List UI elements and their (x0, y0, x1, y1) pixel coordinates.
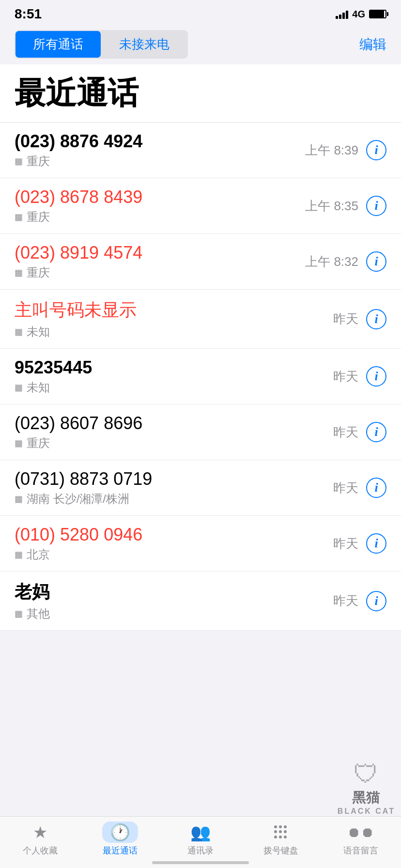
info-button[interactable]: i (366, 251, 386, 272)
info-button[interactable]: i (366, 478, 386, 498)
star-icon: ★ (33, 822, 47, 842)
call-location-text: 湖南 长沙/湘潭/株洲 (27, 491, 129, 507)
tab-favorites[interactable]: ★ 个人收藏 (0, 822, 80, 856)
call-location-text: 重庆 (27, 154, 50, 169)
info-button[interactable]: i (366, 309, 386, 329)
tab-recents-label: 最近通话 (103, 845, 138, 856)
segment-control: 所有通话 未接来电 (15, 30, 188, 59)
brand-chinese: 黑猫 (352, 789, 380, 807)
contacts-icon: 👥 (190, 822, 211, 842)
tab-contacts[interactable]: 👥 通讯录 (160, 822, 241, 856)
home-indicator (152, 861, 249, 864)
call-location-text: 其他 (27, 606, 50, 621)
signal-icon (336, 9, 348, 19)
location-icon: ▦ (15, 382, 23, 393)
network-type: 4G (352, 9, 365, 20)
page-title-section: 最近通话 (0, 64, 401, 123)
call-number: 主叫号码未显示 (15, 298, 333, 322)
tab-recents[interactable]: 🕐 最近通话 (80, 822, 161, 856)
call-time: 上午 8:35 (305, 198, 358, 215)
clock-icon: 🕐 (110, 822, 130, 842)
brand-english: BLACK CAT (338, 807, 395, 816)
tab-contacts-label: 通讯录 (187, 845, 214, 856)
call-list-item[interactable]: 老妈▦其他昨天i (0, 572, 401, 631)
call-list-item[interactable]: 主叫号码未显示▦未知昨天i (0, 290, 401, 349)
call-number: 老妈 (15, 580, 333, 604)
call-number: (023) 8607 8696 (15, 413, 333, 434)
info-button[interactable]: i (366, 533, 386, 554)
page-title: 最近通话 (15, 72, 386, 114)
location-icon: ▦ (15, 267, 23, 278)
call-location-text: 北京 (27, 547, 50, 562)
call-list-item[interactable]: (0731) 8873 0719▦湖南 长沙/湘潭/株洲昨天i (0, 460, 401, 516)
call-time: 昨天 (333, 592, 358, 609)
location-icon: ▦ (15, 494, 23, 504)
shield-icon: 🛡 (354, 760, 379, 789)
call-list-item[interactable]: 95235445▦未知昨天i (0, 349, 401, 404)
edit-button[interactable]: 编辑 (359, 35, 386, 54)
call-location-text: 未知 (27, 324, 50, 340)
call-number: (023) 8919 4574 (15, 243, 305, 263)
segment-all-calls[interactable]: 所有通话 (15, 31, 101, 58)
info-button[interactable]: i (366, 366, 386, 387)
call-time: 上午 8:32 (305, 253, 358, 270)
call-list-item[interactable]: (023) 8607 8696▦重庆昨天i (0, 404, 401, 460)
call-location-text: 重庆 (27, 435, 50, 451)
call-time: 昨天 (333, 310, 358, 327)
location-icon: ▦ (15, 326, 23, 337)
call-list-item[interactable]: (023) 8876 4924▦重庆上午 8:39i (0, 123, 401, 178)
info-button[interactable]: i (366, 196, 386, 216)
location-icon: ▦ (15, 549, 23, 560)
call-list: (023) 8876 4924▦重庆上午 8:39i(023) 8678 843… (0, 123, 401, 631)
watermark: 🛡 黑猫 BLACK CAT (304, 732, 401, 820)
call-time: 昨天 (333, 424, 358, 441)
tab-keypad[interactable]: 拨号键盘 (241, 822, 321, 856)
tab-voicemail[interactable]: ⏺⏺ 语音留言 (321, 822, 401, 856)
segment-missed-calls[interactable]: 未接来电 (102, 31, 187, 58)
call-number: (010) 5280 0946 (15, 525, 333, 545)
call-location-text: 重庆 (27, 209, 50, 225)
top-navigation: 所有通话 未接来电 编辑 (0, 26, 401, 64)
call-list-item[interactable]: (023) 8678 8439▦重庆上午 8:35i (0, 178, 401, 234)
location-icon: ▦ (15, 608, 23, 619)
tab-voicemail-label: 语音留言 (343, 845, 378, 856)
location-icon: ▦ (15, 156, 23, 167)
call-time: 昨天 (333, 368, 358, 385)
location-icon: ▦ (15, 212, 23, 222)
info-button[interactable]: i (366, 591, 386, 611)
call-number: (0731) 8873 0719 (15, 469, 333, 489)
status-time: 8:51 (15, 6, 42, 22)
status-icons: 4G (336, 9, 386, 20)
status-bar: 8:51 4G (0, 0, 401, 26)
call-number: (023) 8678 8439 (15, 187, 305, 207)
call-location-text: 未知 (27, 380, 50, 395)
info-button[interactable]: i (366, 422, 386, 442)
call-time: 昨天 (333, 480, 358, 496)
call-number: 95235445 (15, 357, 333, 378)
call-time: 昨天 (333, 535, 358, 552)
call-number: (023) 8876 4924 (15, 131, 305, 152)
call-list-item[interactable]: (010) 5280 0946▦北京昨天i (0, 516, 401, 572)
info-button[interactable]: i (366, 140, 386, 160)
voicemail-icon: ⏺⏺ (347, 824, 374, 840)
call-list-item[interactable]: (023) 8919 4574▦重庆上午 8:32i (0, 234, 401, 290)
tab-favorites-label: 个人收藏 (23, 845, 58, 856)
keypad-icon (274, 825, 288, 839)
location-icon: ▦ (15, 438, 23, 449)
battery-icon (369, 10, 386, 18)
tab-bar: ★ 个人收藏 🕐 最近通话 👥 通讯录 拨号键盘 ⏺⏺ 语音留言 (0, 816, 401, 868)
call-time: 上午 8:39 (305, 142, 358, 159)
tab-keypad-label: 拨号键盘 (263, 845, 298, 856)
call-location-text: 重庆 (27, 265, 50, 280)
